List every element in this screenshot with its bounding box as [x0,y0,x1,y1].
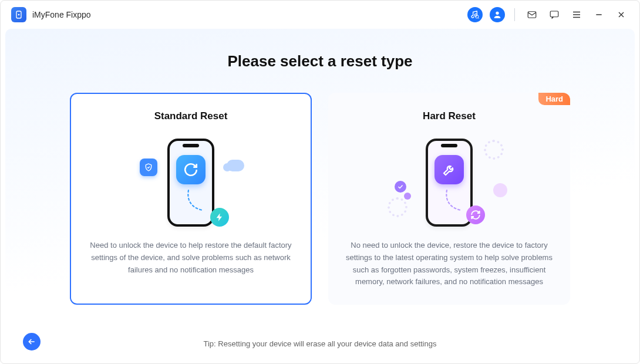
close-icon[interactable] [614,7,629,22]
svg-point-1 [18,14,20,15]
minimize-icon[interactable] [591,7,607,22]
svg-rect-4 [528,11,536,18]
phone-illustration [426,139,473,227]
card-standard-title: Standard Reset [154,110,228,122]
music-search-icon[interactable] [467,7,483,22]
hard-badge: Hard [538,93,570,105]
svg-point-3 [496,11,498,14]
logo-icon [14,10,23,19]
user-icon[interactable] [490,7,505,22]
card-container: Standard Reset [70,93,570,305]
titlebar-left: iMyFone Fixppo [11,7,91,22]
check-icon [395,181,406,193]
mail-icon[interactable] [524,7,540,22]
phone-illustration [167,139,214,227]
shield-icon [140,159,157,176]
app-logo [11,7,26,22]
main-panel: Please select a reset type Standard Rese… [5,29,635,359]
card-hard-title: Hard Reset [423,110,476,122]
titlebar-right [467,7,629,22]
wrench-icon [434,155,464,184]
gear-icon [484,140,504,160]
card-standard-reset[interactable]: Standard Reset [70,93,312,305]
footer: Tip: Resetting your device will erase al… [17,339,623,348]
card-hard-description: No need to unlock the device, restore th… [345,240,554,288]
arrow-path-icon [184,189,207,216]
back-button[interactable] [23,333,41,350]
titlebar: iMyFone Fixppo [1,1,639,29]
decoration-dot [404,193,411,200]
card-hard-reset[interactable]: Hard Hard Reset [328,93,570,305]
card-standard-illustration [135,133,247,232]
cloud-icon [227,160,244,171]
menu-icon[interactable] [569,7,584,22]
bolt-icon [210,208,229,227]
svg-rect-5 [550,11,558,17]
card-hard-illustration [393,133,505,232]
gear-icon [388,197,407,217]
page-heading: Please select a reset type [227,52,412,70]
arrow-path-icon [442,189,466,216]
titlebar-divider [514,8,515,21]
refresh-icon [176,155,206,184]
decoration-dot [493,183,507,197]
sync-icon [466,205,485,224]
message-icon[interactable] [547,7,562,22]
footer-tip: Tip: Resetting your device will erase al… [204,339,437,348]
card-standard-description: Need to unlock the device to help restor… [86,240,295,276]
app-title: iMyFone Fixppo [32,10,91,19]
